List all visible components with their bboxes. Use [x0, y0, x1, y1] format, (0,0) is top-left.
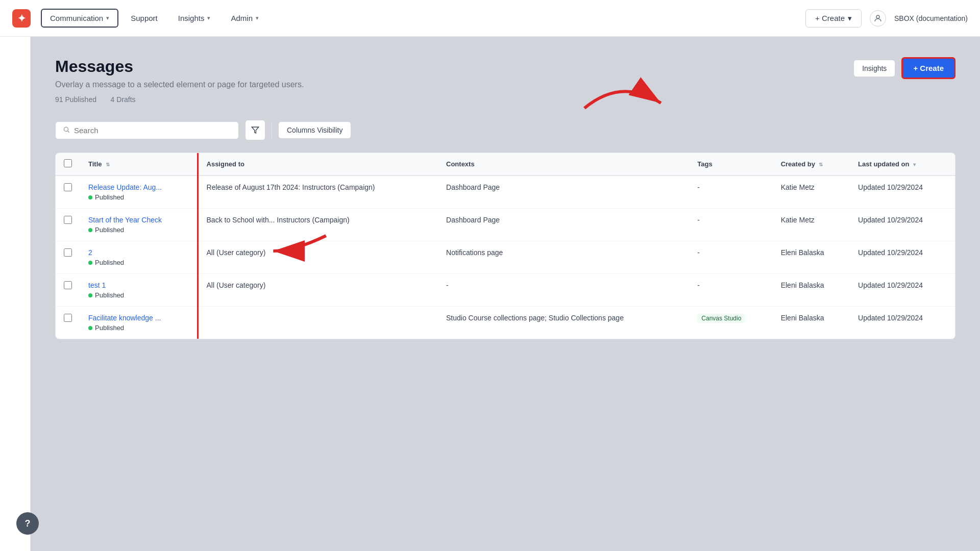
nav-support[interactable]: Support [122, 10, 166, 27]
status-badge: Published [88, 193, 124, 201]
nav-admin[interactable]: Admin ▾ [223, 10, 267, 27]
search-input[interactable] [74, 126, 231, 135]
nav-communication[interactable]: Communication ▾ [41, 9, 118, 28]
row-title: Facilitate knowledge ... [88, 314, 189, 322]
status-badge: Published [88, 259, 124, 266]
nav-insights[interactable]: Insights ▾ [170, 10, 219, 27]
row-tags: - [689, 241, 772, 274]
page-header: Messages Overlay a message to a selected… [55, 57, 955, 104]
th-title: Title ⇅ [80, 153, 198, 176]
row-updated: Updated 10/29/2024 [850, 209, 955, 241]
th-created-by: Created by ⇅ [773, 153, 850, 176]
nav-create-button[interactable]: + Create ▾ [805, 9, 862, 28]
page-description: Overlay a message to a selected element … [55, 80, 955, 89]
row-title: test 1 [88, 281, 189, 289]
search-box[interactable] [55, 121, 239, 139]
main-content: Messages Overlay a message to a selected… [31, 37, 980, 551]
sort-icon: ▾ [913, 162, 916, 167]
message-link[interactable]: Start of the Year Check [88, 216, 162, 224]
row-tags: - [689, 209, 772, 241]
table-row: Facilitate knowledge ... Published Studi… [56, 307, 955, 339]
chevron-down-icon: ▾ [207, 15, 210, 21]
row-checkbox[interactable] [64, 281, 72, 289]
app-logo: ✦ [12, 9, 31, 28]
chevron-down-icon: ▾ [256, 15, 259, 21]
data-table: Title ⇅ Assigned to Contexts Tags Create… [56, 153, 955, 339]
row-updated: Updated 10/29/2024 [850, 241, 955, 274]
row-tags: - [689, 176, 772, 209]
svg-point-1 [64, 127, 68, 131]
insights-button[interactable]: Insights [853, 60, 895, 77]
status-badge: Published [88, 291, 124, 299]
status-dot-icon [88, 195, 92, 199]
top-navigation: ✦ Communication ▾ Support Insights ▾ Adm… [0, 0, 980, 37]
row-created-by: Eleni Balaska [773, 307, 850, 339]
filter-button[interactable] [245, 120, 265, 140]
published-count: 91 Published [55, 95, 96, 104]
row-title: Release Update: Aug... [88, 183, 189, 191]
page-stats: 91 Published | 4 Drafts [55, 95, 955, 104]
message-link[interactable]: test 1 [88, 281, 106, 289]
status-dot-icon [88, 261, 92, 265]
toolbar: Columns Visibility [55, 120, 955, 140]
row-title: Start of the Year Check [88, 216, 189, 224]
row-title-cell: test 1 Published [80, 274, 198, 307]
svg-marker-3 [252, 127, 258, 133]
th-updated: Last updated on ▾ [850, 153, 955, 176]
row-tags: - [689, 274, 772, 307]
row-contexts: Studio Course collections page; Studio C… [438, 307, 689, 339]
row-updated: Updated 10/29/2024 [850, 307, 955, 339]
select-all-checkbox[interactable] [64, 159, 72, 167]
sort-icon: ⇅ [819, 162, 823, 167]
drafts-count: 4 Drafts [111, 95, 136, 104]
chevron-down-icon: ▾ [848, 14, 852, 23]
row-updated: Updated 10/29/2024 [850, 274, 955, 307]
create-message-button[interactable]: + Create [901, 57, 955, 79]
row-checkbox[interactable] [64, 248, 72, 257]
row-contexts: - [438, 274, 689, 307]
th-tags: Tags [689, 153, 772, 176]
row-contexts: Dashboard Page [438, 209, 689, 241]
row-checkbox-cell [56, 176, 80, 209]
th-assigned-to: Assigned to [198, 153, 438, 176]
row-title-cell: Release Update: Aug... Published [80, 176, 198, 209]
table-row: Start of the Year Check Published Back t… [56, 209, 955, 241]
page-title: Messages [55, 57, 955, 76]
row-contexts: Notifications page [438, 241, 689, 274]
row-checkbox-cell [56, 209, 80, 241]
messages-table: Title ⇅ Assigned to Contexts Tags Create… [55, 153, 955, 339]
th-contexts: Contexts [438, 153, 689, 176]
help-button[interactable]: ? [16, 512, 39, 535]
message-link[interactable]: Facilitate knowledge ... [88, 314, 161, 322]
stat-divider: | [103, 95, 105, 104]
message-link[interactable]: Release Update: Aug... [88, 183, 162, 191]
row-checkbox-cell [56, 307, 80, 339]
logo-icon: ✦ [17, 12, 26, 24]
row-contexts: Dashboard Page [438, 176, 689, 209]
tag-badge: Canvas Studio [697, 314, 745, 323]
main-layout: Messages Overlay a message to a selected… [0, 37, 980, 551]
row-created-by: Katie Metz [773, 176, 850, 209]
message-link[interactable]: 2 [88, 248, 92, 257]
row-tags: Canvas Studio [689, 307, 772, 339]
table-row: 2 Published All (User category) Notifica… [56, 241, 955, 274]
search-icon [63, 126, 70, 135]
row-checkbox-cell [56, 241, 80, 274]
svg-point-0 [876, 15, 879, 18]
table-body: Release Update: Aug... Published Release… [56, 176, 955, 339]
row-checkbox[interactable] [64, 216, 72, 224]
chevron-down-icon: ▾ [106, 15, 109, 21]
status-dot-icon [88, 293, 92, 297]
user-avatar[interactable] [870, 10, 886, 27]
org-label: SBOX (documentation) [894, 14, 968, 22]
row-updated: Updated 10/29/2024 [850, 176, 955, 209]
columns-visibility-button[interactable]: Columns Visibility [278, 121, 351, 139]
status-badge: Published [88, 226, 124, 234]
row-checkbox[interactable] [64, 314, 72, 322]
row-checkbox[interactable] [64, 183, 72, 191]
nav-right: + Create ▾ SBOX (documentation) [805, 9, 968, 28]
row-assigned-to: All (User category) [198, 241, 438, 274]
row-checkbox-cell [56, 274, 80, 307]
th-checkbox [56, 153, 80, 176]
header-actions: Insights + Create [853, 57, 955, 79]
